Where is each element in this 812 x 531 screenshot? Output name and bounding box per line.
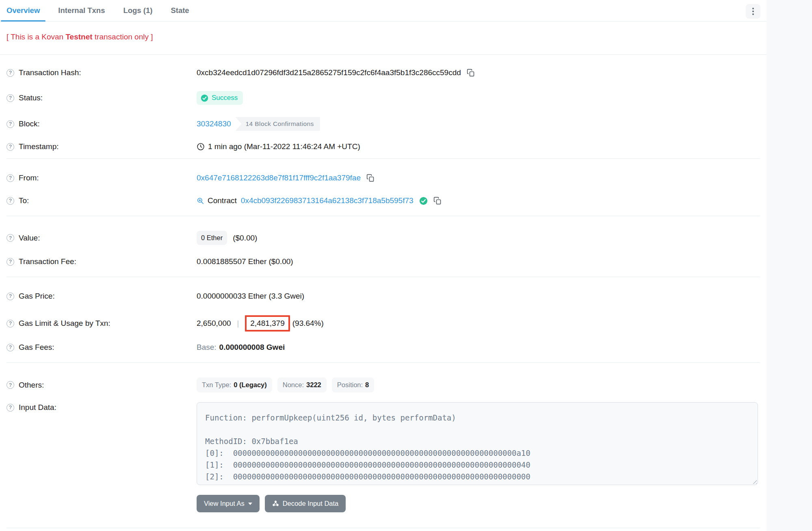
transaction-fee-label: Transaction Fee: [19, 257, 76, 266]
help-icon[interactable]: ? [6, 293, 14, 300]
gas-price-value: 0.0000000033 Ether (3.3 Gwei) [197, 292, 304, 301]
value-label: Value: [19, 234, 40, 243]
row-status: ? Status: Success [6, 91, 760, 105]
timestamp-label: Timestamp: [19, 142, 59, 151]
testnet-notice-prefix: [ This is a Kovan [6, 33, 65, 41]
testnet-notice-bold: Testnet [65, 33, 92, 41]
help-icon[interactable]: ? [6, 404, 14, 412]
clock-icon [197, 143, 205, 151]
input-data-buttons: View Input As Decode Input Data [197, 495, 758, 512]
section-value-fee: ? Value: 0 Ether ($0.00) ? Transaction F… [6, 216, 760, 277]
decode-input-data-label: Decode Input Data [283, 500, 339, 507]
nonce-pill-value: 3222 [306, 381, 321, 389]
gas-used-annotation-box: 2,481,379 [245, 315, 290, 332]
section-from-to: ? From: 0x647e7168122263d8e7f81f17fff9c2… [6, 159, 760, 216]
view-input-as-button[interactable]: View Input As [197, 495, 260, 512]
gas-limit-separator: | [237, 319, 239, 328]
row-transaction-fee: ? Transaction Fee: 0.0081885507 Ether ($… [6, 257, 760, 266]
txn-type-pill: Txn Type: 0 (Legacy) [197, 377, 272, 392]
help-icon[interactable]: ? [6, 344, 14, 351]
tab-internal-txns-label: Internal Txns [58, 6, 105, 15]
help-icon[interactable]: ? [6, 94, 14, 102]
status-label: Status: [19, 93, 43, 102]
section-gas: ? Gas Price: 0.0000000033 Ether (3.3 Gwe… [6, 277, 760, 363]
to-contract-word: Contract [208, 196, 237, 205]
tab-state-label: State [171, 6, 189, 15]
from-address-link[interactable]: 0x647e7168122263d8e7f81f17fff9c2f1aa379f… [197, 173, 361, 182]
to-address-link[interactable]: 0x4cb093f226983713164a62138c3f718a5b595f… [241, 196, 414, 205]
row-block: ? Block: 30324830 14 Block Confirmations [6, 117, 760, 131]
gas-limit-value: 2,650,000 [197, 319, 231, 328]
help-icon[interactable]: ? [6, 320, 14, 327]
input-data-container: Function: performUpkeep(uint256 id, byte… [197, 402, 758, 485]
row-gas-fees: ? Gas Fees: Base: 0.000000008 Gwei [6, 343, 760, 352]
kebab-dot [752, 13, 754, 15]
gas-price-label: Gas Price: [19, 292, 55, 301]
position-pill-name: Position: [337, 381, 363, 389]
gas-fees-base-value: 0.000000008 Gwei [219, 343, 285, 352]
others-label: Others: [19, 381, 44, 390]
copy-to-button[interactable] [433, 197, 442, 205]
status-badge-text: Success [212, 94, 238, 102]
transaction-details-card: Overview Internal Txns Logs (1) State [ … [0, 0, 767, 531]
help-icon[interactable]: ? [6, 143, 14, 151]
chevron-down-icon [248, 503, 252, 505]
copy-icon [433, 197, 442, 205]
from-label: From: [19, 173, 39, 182]
nonce-pill: Nonce: 3222 [277, 377, 327, 392]
row-others: ? Others: Txn Type: 0 (Legacy) Nonce: 32… [6, 377, 760, 392]
row-transaction-hash: ? Transaction Hash: 0xcb324eedcd1d07296f… [6, 68, 760, 77]
block-confirmations-badge: 14 Block Confirmations [236, 117, 320, 131]
block-label: Block: [19, 119, 40, 128]
block-number-link[interactable]: 30324830 [197, 119, 231, 128]
status-badge: Success [197, 91, 243, 105]
row-timestamp: ? Timestamp: 1 min ago (Mar-11-2022 11:4… [6, 142, 760, 151]
input-data-label: Input Data: [19, 403, 56, 412]
gas-limit-usage-label: Gas Limit & Usage by Txn: [19, 319, 110, 328]
view-input-as-label: View Input As [204, 500, 245, 507]
copy-icon [467, 69, 475, 77]
verified-check-icon [419, 197, 428, 205]
row-gas-price: ? Gas Price: 0.0000000033 Ether (3.3 Gwe… [6, 292, 760, 301]
copy-icon [366, 174, 375, 182]
help-icon[interactable]: ? [6, 258, 14, 266]
tab-overview[interactable]: Overview [1, 0, 45, 21]
decode-icon [272, 500, 279, 507]
help-icon[interactable]: ? [6, 234, 14, 242]
tab-state[interactable]: State [165, 0, 195, 21]
help-icon[interactable]: ? [6, 174, 14, 182]
testnet-notice-suffix: transaction only ] [93, 33, 153, 41]
transaction-hash-label: Transaction Hash: [19, 68, 81, 77]
tab-logs-label: Logs (1) [123, 6, 152, 15]
help-icon[interactable]: ? [6, 69, 14, 77]
nonce-pill-name: Nonce: [283, 381, 304, 389]
help-icon[interactable]: ? [6, 381, 14, 389]
kebab-dot [752, 11, 754, 12]
copy-hash-button[interactable] [467, 69, 475, 77]
gas-fees-base-label: Base: [197, 343, 217, 352]
section-hash-status-block-time: ? Transaction Hash: 0xcb324eedcd1d07296f… [6, 55, 760, 159]
row-input-data: ? Input Data: Function: performUpkeep(ui… [6, 402, 760, 524]
gas-used-percent: (93.64%) [292, 319, 324, 328]
tab-internal-txns[interactable]: Internal Txns [52, 0, 110, 21]
gas-fees-label: Gas Fees: [19, 343, 54, 352]
tab-logs[interactable]: Logs (1) [117, 0, 158, 21]
row-from: ? From: 0x647e7168122263d8e7f81f17fff9c2… [6, 173, 760, 182]
gas-used-value: 2,481,379 [250, 319, 285, 327]
row-gas-limit-usage: ? Gas Limit & Usage by Txn: 2,650,000 | … [6, 315, 760, 332]
check-circle-icon [201, 94, 208, 102]
testnet-notice: [ This is a Kovan Testnet transaction on… [0, 22, 767, 55]
magnifier-plus-icon[interactable] [197, 197, 204, 205]
transaction-fee-value: 0.0081885507 Ether ($0.00) [197, 257, 293, 266]
position-pill: Position: 8 [332, 377, 374, 392]
section-others-input: ? Others: Txn Type: 0 (Legacy) Nonce: 32… [6, 363, 760, 528]
row-value: ? Value: 0 Ether ($0.00) [6, 231, 760, 245]
copy-from-button[interactable] [366, 174, 375, 182]
help-icon[interactable]: ? [6, 120, 14, 128]
row-to: ? To: Contract 0x4cb093f226983713164a621… [6, 196, 760, 205]
transaction-hash-value: 0xcb324eedcd1d07296fdf3d215a2865275f159c… [197, 68, 461, 77]
help-icon[interactable]: ? [6, 197, 14, 205]
more-options-button[interactable] [746, 4, 760, 19]
input-data-textarea[interactable]: Function: performUpkeep(uint256 id, byte… [197, 402, 758, 485]
decode-input-data-button[interactable]: Decode Input Data [265, 495, 346, 512]
